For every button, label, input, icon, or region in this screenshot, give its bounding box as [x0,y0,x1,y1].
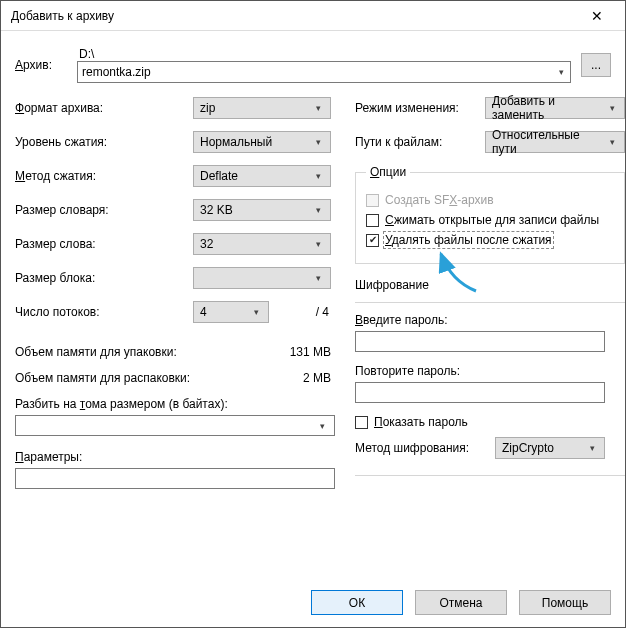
window-title: Добавить к архиву [11,9,577,23]
method-label: Метод сжатия: [15,169,193,183]
compress-shared-label: Сжимать открытые для записи файлы [385,213,599,227]
dialog-content: Архив: D:\ ▾ ... Формат архива: zip▾ Уро… [1,31,625,489]
block-select[interactable]: ▾ [193,267,331,289]
word-label: Размер слова: [15,237,193,251]
params-label: Параметры: [15,450,335,464]
block-label: Размер блока: [15,271,193,285]
options-legend: Опции [366,165,410,179]
sfx-label: Создать SFX-архив [385,193,494,207]
split-size-input[interactable] [15,415,335,436]
paths-label: Пути к файлам: [355,135,485,149]
delete-after-checkbox[interactable] [366,234,379,247]
right-column: Режим изменения: Добавить и заменить▾ Пу… [355,97,625,489]
mem-pack-label: Объем памяти для упаковки: [15,345,177,359]
enc-method-label: Метод шифрования: [355,441,495,455]
threads-total: / 4 [316,305,329,319]
level-label: Уровень сжатия: [15,135,193,149]
enc-method-select[interactable]: ZipCrypto▾ [495,437,605,459]
chevron-down-icon: ▾ [309,99,327,117]
ok-button[interactable]: ОК [311,590,403,615]
update-mode-label: Режим изменения: [355,101,485,115]
password2-label: Повторите пароль: [355,364,625,378]
archive-drive: D:\ [77,47,571,61]
password-input[interactable] [355,331,605,352]
dialog-buttons: ОК Отмена Помощь [311,590,611,615]
mem-unpack-value: 2 MB [303,371,335,385]
dict-select[interactable]: 32 KB▾ [193,199,331,221]
compress-shared-checkbox[interactable] [366,214,379,227]
chevron-down-icon: ▾ [309,167,327,185]
update-mode-select[interactable]: Добавить и заменить▾ [485,97,625,119]
archive-row: Архив: D:\ ▾ ... [15,47,611,83]
sfx-checkbox [366,194,379,207]
archive-name-input[interactable] [77,61,571,83]
dict-label: Размер словаря: [15,203,193,217]
archive-label: Архив: [15,58,77,72]
chevron-down-icon: ▾ [309,201,327,219]
mem-pack-value: 131 MB [290,345,335,359]
help-button[interactable]: Помощь [519,590,611,615]
browse-button[interactable]: ... [581,53,611,77]
chevron-down-icon: ▾ [309,133,327,151]
cancel-button[interactable]: Отмена [415,590,507,615]
chevron-down-icon: ▾ [309,235,327,253]
method-select[interactable]: Deflate▾ [193,165,331,187]
word-select[interactable]: 32▾ [193,233,331,255]
show-password-label: Показать пароль [374,415,468,429]
chevron-down-icon: ▾ [247,303,265,321]
titlebar: Добавить к архиву ✕ [1,1,625,31]
password2-input[interactable] [355,382,605,403]
split-label: Разбить на тома размером (в байтах): [15,397,335,411]
options-group: Опции Создать SFX-архив Сжимать открытые… [355,165,625,264]
chevron-down-icon: ▾ [309,269,327,287]
chevron-down-icon: ▾ [583,439,601,457]
params-input[interactable] [15,468,335,489]
format-select[interactable]: zip▾ [193,97,331,119]
level-select[interactable]: Нормальный▾ [193,131,331,153]
format-label: Формат архива: [15,101,193,115]
paths-select[interactable]: Относительные пути▾ [485,131,625,153]
show-password-checkbox[interactable] [355,416,368,429]
close-icon[interactable]: ✕ [577,2,617,30]
encryption-title: Шифрование [355,278,625,294]
threads-label: Число потоков: [15,305,193,319]
mem-unpack-label: Объем памяти для распаковки: [15,371,190,385]
left-column: Формат архива: zip▾ Уровень сжатия: Норм… [15,97,335,489]
delete-after-label: Удалять файлы после сжатия [385,233,552,247]
divider [355,302,625,303]
divider [355,475,625,476]
threads-select[interactable]: 4▾ [193,301,269,323]
password-label: Введите пароль: [355,313,625,327]
